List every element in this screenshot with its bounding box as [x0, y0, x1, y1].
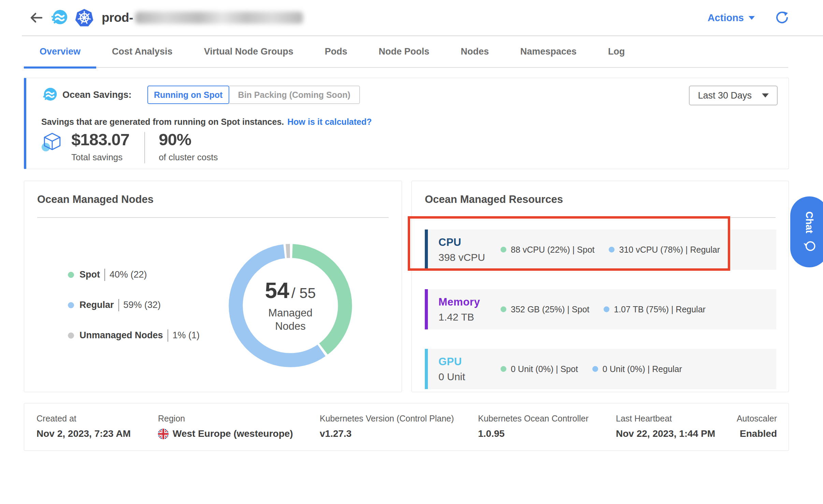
- regular-dot-icon: [604, 307, 609, 312]
- managed-resources-title: Ocean Managed Resources: [425, 193, 563, 206]
- bin-packing-toggle[interactable]: Bin Packing (Coming Soon): [229, 86, 360, 104]
- cpu-accent-bar: [425, 229, 428, 270]
- header: prod- Actions: [0, 0, 823, 35]
- savings-cube-icon: [41, 131, 63, 153]
- total-savings-label: Total savings: [71, 152, 129, 163]
- memory-regular-stat: 1.07 TB (75%) | Regular: [604, 305, 706, 314]
- gpu-spot-stat: 0 Unit (0%) | Spot: [501, 364, 578, 374]
- spot-dot-icon: [501, 366, 506, 372]
- tab-node-pools[interactable]: Node Pools: [363, 35, 445, 68]
- tab-virtual-node-groups[interactable]: Virtual Node Groups: [188, 35, 309, 68]
- cpu-resource-row: CPU 398 vCPU 88 vCPU (22%) | Spot 310 vC…: [425, 229, 776, 270]
- spot-dot-icon: [68, 272, 74, 278]
- spot-dot-icon: [501, 307, 506, 312]
- legend-item-spot: Spot 40% (22): [68, 268, 200, 281]
- spot-dot-icon: [501, 247, 506, 253]
- kubernetes-logo-icon: [74, 8, 94, 28]
- cluster-info-bar: Created at Nov 2, 2023, 7:23 AM Region W…: [24, 403, 789, 451]
- cluster-name-prefix: prod-: [102, 11, 133, 25]
- running-on-spot-toggle[interactable]: Running on Spot: [147, 86, 229, 104]
- back-arrow-icon: [29, 10, 44, 25]
- gpu-total: 0 Unit: [438, 371, 465, 383]
- ocean-managed-nodes-panel: Ocean Managed Nodes Spot 40% (22) Regula…: [24, 181, 402, 392]
- refresh-icon: [775, 11, 789, 25]
- regular-dot-icon: [592, 366, 598, 372]
- regular-dot-icon: [68, 302, 74, 308]
- k8s-version-column: Kubernetes Version (Control Plane) v1.27…: [320, 414, 454, 439]
- chat-label: Chat: [804, 211, 815, 233]
- memory-label: Memory: [438, 296, 480, 308]
- tab-pods[interactable]: Pods: [309, 35, 363, 68]
- donut-center-text: 54 / 55 Managed Nodes: [228, 243, 353, 368]
- ocean-savings-header: Ocean Savings: Running on Spot Bin Packi…: [41, 86, 360, 104]
- savings-summary: $183.07 Total savings 90% of cluster cos…: [41, 131, 218, 163]
- tab-log[interactable]: Log: [592, 35, 640, 68]
- autoscaler-status-badge: Enabled: [737, 428, 777, 439]
- panel-divider: [425, 217, 776, 218]
- cluster-cost-percent: 90%: [159, 131, 218, 148]
- memory-resource-row: Memory 1.42 TB 352 GB (25%) | Spot 1.07 …: [425, 289, 776, 329]
- cluster-cost-block: 90% of cluster costs: [159, 131, 218, 163]
- donut-label: Managed Nodes: [263, 307, 318, 333]
- gpu-resource-row: GPU 0 Unit 0 Unit (0%) | Spot 0 Unit (0%…: [425, 349, 776, 389]
- cpu-spot-stat: 88 vCPU (22%) | Spot: [501, 245, 594, 255]
- legend-item-regular: Regular 59% (32): [68, 299, 200, 311]
- how-calculated-link[interactable]: How is it calculated?: [287, 117, 372, 127]
- gpu-regular-stat: 0 Unit (0%) | Regular: [592, 364, 682, 374]
- refresh-button[interactable]: [775, 11, 789, 25]
- cpu-label: CPU: [438, 236, 485, 249]
- ocean-cluster-overview-page: prod- Actions Overview Cost Analysis Vir…: [0, 0, 823, 504]
- ocean-savings-icon: [41, 87, 58, 103]
- redacted-cluster-name: [135, 12, 303, 24]
- chat-bubble-icon: [803, 240, 816, 252]
- gpu-accent-bar: [425, 349, 428, 389]
- managed-nodes-donut-chart: 54 / 55 Managed Nodes: [228, 243, 353, 368]
- tab-nodes[interactable]: Nodes: [445, 35, 505, 68]
- ocean-savings-label: Ocean Savings:: [62, 90, 132, 100]
- savings-mode-toggle: Running on Spot Bin Packing (Coming Soon…: [147, 86, 360, 104]
- total-count: / 55: [291, 285, 316, 301]
- chat-button[interactable]: Chat: [790, 196, 823, 267]
- managed-count: 54: [265, 278, 289, 303]
- memory-spot-stat: 352 GB (25%) | Spot: [501, 305, 589, 314]
- savings-description: Savings that are generated from running …: [41, 117, 372, 127]
- gpu-label: GPU: [438, 356, 465, 368]
- total-savings-block: $183.07 Total savings: [71, 131, 129, 163]
- tab-bar: Overview Cost Analysis Virtual Node Grou…: [24, 35, 823, 68]
- panel-divider: [37, 217, 389, 218]
- nodes-legend: Spot 40% (22) Regular 59% (32) Unmanaged…: [68, 268, 200, 342]
- header-actions: Actions: [708, 0, 789, 35]
- chevron-down-icon: [762, 93, 769, 98]
- created-at-column: Created at Nov 2, 2023, 7:23 AM: [37, 414, 131, 439]
- ocean-logo-icon: [50, 9, 68, 27]
- managed-nodes-title: Ocean Managed Nodes: [37, 193, 154, 206]
- back-button[interactable]: [29, 10, 44, 25]
- regular-dot-icon: [609, 247, 615, 253]
- unmanaged-dot-icon: [68, 332, 74, 339]
- resource-rows: CPU 398 vCPU 88 vCPU (22%) | Spot 310 vC…: [425, 229, 776, 389]
- tab-namespaces[interactable]: Namespaces: [505, 35, 592, 68]
- memory-accent-bar: [425, 289, 428, 329]
- cpu-regular-stat: 310 vCPU (78%) | Regular: [609, 245, 720, 255]
- region-flag-icon: [158, 429, 169, 439]
- legend-item-unmanaged: Unmanaged Nodes 1% (1): [68, 329, 200, 342]
- savings-divider: [144, 132, 145, 163]
- autoscaler-column: Autoscaler Enabled: [737, 414, 777, 439]
- page-title: prod-: [102, 11, 303, 25]
- period-dropdown[interactable]: Last 30 Days: [689, 86, 778, 105]
- tab-overview[interactable]: Overview: [24, 35, 96, 68]
- ocean-controller-column: Kubernetes Ocean Controller 1.0.95: [478, 414, 589, 439]
- actions-dropdown-button[interactable]: Actions: [708, 12, 755, 24]
- cluster-cost-label: of cluster costs: [159, 152, 218, 163]
- region-column: Region West Europe (westeurope): [158, 414, 293, 439]
- tab-cost-analysis[interactable]: Cost Analysis: [96, 35, 188, 68]
- actions-label: Actions: [708, 12, 744, 24]
- cpu-total: 398 vCPU: [438, 252, 485, 263]
- total-savings-value: $183.07: [71, 131, 129, 148]
- ocean-savings-card: Ocean Savings: Running on Spot Bin Packi…: [24, 78, 789, 169]
- chevron-down-icon: [749, 16, 755, 20]
- period-dropdown-value: Last 30 Days: [698, 90, 752, 101]
- last-heartbeat-column: Last Heartbeat Nov 22, 2023, 1:44 PM: [616, 414, 715, 439]
- memory-total: 1.42 TB: [438, 311, 480, 323]
- ocean-managed-resources-panel: Ocean Managed Resources CPU 398 vCPU 88 …: [411, 181, 789, 392]
